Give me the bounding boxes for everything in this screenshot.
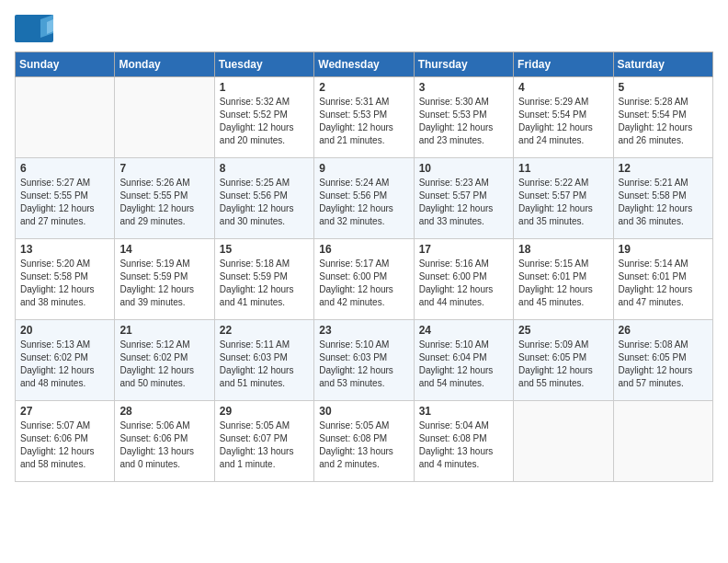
calendar-cell: 10Sunrise: 5:23 AM Sunset: 5:57 PM Dayli… xyxy=(414,158,513,239)
day-number: 10 xyxy=(419,162,508,175)
day-info: Sunrise: 5:23 AM Sunset: 5:57 PM Dayligh… xyxy=(419,177,508,228)
day-info: Sunrise: 5:27 AM Sunset: 5:55 PM Dayligh… xyxy=(20,177,109,228)
day-info: Sunrise: 5:20 AM Sunset: 5:58 PM Dayligh… xyxy=(20,258,109,309)
day-number: 17 xyxy=(419,243,508,256)
day-info: Sunrise: 5:25 AM Sunset: 5:56 PM Dayligh… xyxy=(220,177,309,228)
calendar-cell: 6Sunrise: 5:27 AM Sunset: 5:55 PM Daylig… xyxy=(16,158,115,239)
calendar-table: SundayMondayTuesdayWednesdayThursdayFrid… xyxy=(15,52,713,482)
day-header-tuesday: Tuesday xyxy=(214,52,313,77)
logo-icon xyxy=(15,15,53,42)
day-number: 28 xyxy=(119,405,209,418)
day-number: 21 xyxy=(119,324,209,337)
day-info: Sunrise: 5:12 AM Sunset: 6:02 PM Dayligh… xyxy=(119,339,209,390)
day-number: 13 xyxy=(20,243,109,256)
day-number: 26 xyxy=(619,324,708,337)
day-number: 29 xyxy=(220,405,309,418)
calendar-cell: 24Sunrise: 5:10 AM Sunset: 6:04 PM Dayli… xyxy=(414,320,513,401)
week-row-4: 20Sunrise: 5:13 AM Sunset: 6:02 PM Dayli… xyxy=(16,320,713,401)
day-info: Sunrise: 5:28 AM Sunset: 5:54 PM Dayligh… xyxy=(619,96,708,147)
calendar-cell xyxy=(115,77,214,158)
day-number: 6 xyxy=(20,162,109,175)
day-number: 22 xyxy=(220,324,309,337)
day-header-sunday: Sunday xyxy=(16,52,115,77)
day-number: 5 xyxy=(619,81,708,94)
calendar-cell: 19Sunrise: 5:14 AM Sunset: 6:01 PM Dayli… xyxy=(613,239,712,320)
calendar-cell: 9Sunrise: 5:24 AM Sunset: 5:56 PM Daylig… xyxy=(314,158,414,239)
calendar-cell: 4Sunrise: 5:29 AM Sunset: 5:54 PM Daylig… xyxy=(514,77,613,158)
day-info: Sunrise: 5:18 AM Sunset: 5:59 PM Dayligh… xyxy=(220,258,309,309)
day-number: 20 xyxy=(20,324,109,337)
calendar-cell: 5Sunrise: 5:28 AM Sunset: 5:54 PM Daylig… xyxy=(613,77,712,158)
day-number: 30 xyxy=(319,405,408,418)
day-info: Sunrise: 5:13 AM Sunset: 6:02 PM Dayligh… xyxy=(20,339,109,390)
day-number: 12 xyxy=(619,162,708,175)
day-info: Sunrise: 5:16 AM Sunset: 6:00 PM Dayligh… xyxy=(419,258,508,309)
week-row-2: 6Sunrise: 5:27 AM Sunset: 5:55 PM Daylig… xyxy=(16,158,713,239)
day-number: 19 xyxy=(619,243,708,256)
day-number: 31 xyxy=(419,405,508,418)
calendar-cell: 12Sunrise: 5:21 AM Sunset: 5:58 PM Dayli… xyxy=(613,158,712,239)
calendar-cell: 3Sunrise: 5:30 AM Sunset: 5:53 PM Daylig… xyxy=(414,77,513,158)
day-info: Sunrise: 5:05 AM Sunset: 6:07 PM Dayligh… xyxy=(220,419,309,471)
day-number: 15 xyxy=(220,243,309,256)
calendar-cell: 25Sunrise: 5:09 AM Sunset: 6:05 PM Dayli… xyxy=(514,320,613,401)
day-header-friday: Friday xyxy=(514,52,613,77)
page-header xyxy=(15,15,713,42)
week-row-3: 13Sunrise: 5:20 AM Sunset: 5:58 PM Dayli… xyxy=(16,239,713,320)
day-header-wednesday: Wednesday xyxy=(314,52,414,77)
day-number: 24 xyxy=(419,324,508,337)
day-info: Sunrise: 5:29 AM Sunset: 5:54 PM Dayligh… xyxy=(518,96,608,147)
day-info: Sunrise: 5:10 AM Sunset: 6:04 PM Dayligh… xyxy=(419,339,508,390)
calendar-cell xyxy=(514,401,613,482)
day-info: Sunrise: 5:05 AM Sunset: 6:08 PM Dayligh… xyxy=(319,419,408,471)
day-info: Sunrise: 5:04 AM Sunset: 6:08 PM Dayligh… xyxy=(419,419,508,471)
day-info: Sunrise: 5:22 AM Sunset: 5:57 PM Dayligh… xyxy=(518,177,608,228)
calendar-cell: 11Sunrise: 5:22 AM Sunset: 5:57 PM Dayli… xyxy=(514,158,613,239)
day-info: Sunrise: 5:09 AM Sunset: 6:05 PM Dayligh… xyxy=(518,339,608,390)
calendar-cell: 29Sunrise: 5:05 AM Sunset: 6:07 PM Dayli… xyxy=(214,401,313,482)
day-header-monday: Monday xyxy=(115,52,214,77)
day-number: 1 xyxy=(220,81,309,94)
day-number: 4 xyxy=(518,81,608,94)
calendar-cell: 13Sunrise: 5:20 AM Sunset: 5:58 PM Dayli… xyxy=(16,239,115,320)
day-info: Sunrise: 5:11 AM Sunset: 6:03 PM Dayligh… xyxy=(220,339,309,390)
calendar-cell xyxy=(613,401,712,482)
day-header-saturday: Saturday xyxy=(613,52,712,77)
calendar-cell: 15Sunrise: 5:18 AM Sunset: 5:59 PM Dayli… xyxy=(214,239,313,320)
day-info: Sunrise: 5:30 AM Sunset: 5:53 PM Dayligh… xyxy=(419,96,508,147)
calendar-cell: 28Sunrise: 5:06 AM Sunset: 6:06 PM Dayli… xyxy=(115,401,214,482)
calendar-cell: 26Sunrise: 5:08 AM Sunset: 6:05 PM Dayli… xyxy=(613,320,712,401)
week-row-5: 27Sunrise: 5:07 AM Sunset: 6:06 PM Dayli… xyxy=(16,401,713,482)
calendar-cell: 1Sunrise: 5:32 AM Sunset: 5:52 PM Daylig… xyxy=(214,77,313,158)
calendar-cell: 2Sunrise: 5:31 AM Sunset: 5:53 PM Daylig… xyxy=(314,77,414,158)
calendar-cell: 20Sunrise: 5:13 AM Sunset: 6:02 PM Dayli… xyxy=(16,320,115,401)
calendar-cell: 17Sunrise: 5:16 AM Sunset: 6:00 PM Dayli… xyxy=(414,239,513,320)
day-number: 7 xyxy=(119,162,209,175)
calendar-cell: 7Sunrise: 5:26 AM Sunset: 5:55 PM Daylig… xyxy=(115,158,214,239)
calendar-cell: 14Sunrise: 5:19 AM Sunset: 5:59 PM Dayli… xyxy=(115,239,214,320)
calendar-cell: 22Sunrise: 5:11 AM Sunset: 6:03 PM Dayli… xyxy=(214,320,313,401)
day-info: Sunrise: 5:24 AM Sunset: 5:56 PM Dayligh… xyxy=(319,177,408,228)
day-info: Sunrise: 5:08 AM Sunset: 6:05 PM Dayligh… xyxy=(619,339,708,390)
day-info: Sunrise: 5:32 AM Sunset: 5:52 PM Dayligh… xyxy=(220,96,309,147)
day-info: Sunrise: 5:06 AM Sunset: 6:06 PM Dayligh… xyxy=(119,419,209,471)
calendar-cell: 23Sunrise: 5:10 AM Sunset: 6:03 PM Dayli… xyxy=(314,320,414,401)
calendar-cell: 16Sunrise: 5:17 AM Sunset: 6:00 PM Dayli… xyxy=(314,239,414,320)
day-number: 9 xyxy=(319,162,408,175)
day-info: Sunrise: 5:07 AM Sunset: 6:06 PM Dayligh… xyxy=(20,419,109,471)
calendar-cell: 30Sunrise: 5:05 AM Sunset: 6:08 PM Dayli… xyxy=(314,401,414,482)
day-info: Sunrise: 5:21 AM Sunset: 5:58 PM Dayligh… xyxy=(619,177,708,228)
day-info: Sunrise: 5:10 AM Sunset: 6:03 PM Dayligh… xyxy=(319,339,408,390)
day-number: 2 xyxy=(319,81,408,94)
day-number: 18 xyxy=(518,243,608,256)
day-info: Sunrise: 5:31 AM Sunset: 5:53 PM Dayligh… xyxy=(319,96,408,147)
day-number: 27 xyxy=(20,405,109,418)
logo xyxy=(15,15,57,42)
day-number: 25 xyxy=(518,324,608,337)
day-number: 8 xyxy=(220,162,309,175)
calendar-cell: 8Sunrise: 5:25 AM Sunset: 5:56 PM Daylig… xyxy=(214,158,313,239)
calendar-cell: 18Sunrise: 5:15 AM Sunset: 6:01 PM Dayli… xyxy=(514,239,613,320)
calendar-cell: 31Sunrise: 5:04 AM Sunset: 6:08 PM Dayli… xyxy=(414,401,513,482)
day-number: 3 xyxy=(419,81,508,94)
day-header-thursday: Thursday xyxy=(414,52,513,77)
